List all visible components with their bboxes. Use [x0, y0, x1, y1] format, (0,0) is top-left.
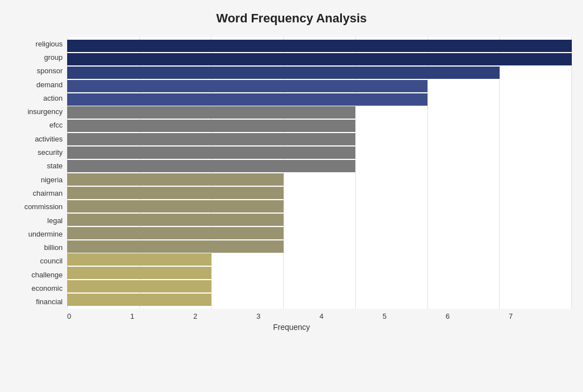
bar [67, 294, 211, 306]
y-label: efcc [11, 119, 63, 132]
x-label: 3 [256, 312, 319, 320]
x-label: 5 [383, 312, 446, 320]
bar-row [67, 200, 572, 213]
bar [67, 253, 211, 266]
bar [67, 67, 500, 79]
bar [67, 267, 211, 279]
bar-row [67, 293, 572, 306]
x-axis-title: Frequency [11, 323, 572, 332]
bar-row [67, 93, 572, 106]
y-label: nigeria [11, 173, 63, 186]
bar-row [67, 106, 572, 120]
bar-row [67, 280, 572, 293]
bar [67, 106, 355, 119]
bar-row [67, 66, 572, 79]
bar-row [67, 39, 572, 53]
x-label: 4 [319, 312, 383, 320]
chart-area: religiousgroupsponsordemandactioninsurge… [11, 37, 572, 309]
bar [67, 53, 572, 65]
y-label: economic [11, 281, 63, 295]
y-label: legal [11, 214, 63, 227]
y-label: group [11, 50, 63, 64]
bar-row [67, 186, 572, 200]
bar-row [67, 253, 572, 267]
bar-row [67, 173, 572, 186]
y-label: religious [11, 37, 63, 50]
bar-row [67, 226, 572, 240]
bar-row [67, 53, 572, 66]
y-label: activities [11, 132, 63, 145]
x-label: 0 [67, 312, 130, 320]
y-label: sponsor [11, 64, 63, 78]
bar-row [67, 133, 572, 146]
bar [67, 240, 284, 253]
y-label: financial [11, 295, 63, 309]
bar [67, 120, 355, 132]
bar [67, 80, 427, 92]
bar [67, 187, 284, 199]
y-label: undermine [11, 227, 63, 240]
bar [67, 40, 572, 52]
bar [67, 160, 355, 172]
y-label: security [11, 145, 63, 159]
x-label: 7 [509, 312, 572, 320]
bar [67, 173, 284, 186]
bars-grid [67, 37, 572, 309]
bar-row [67, 119, 572, 133]
chart-container: Word Frequency Analysis religiousgroupsp… [0, 0, 583, 392]
y-label: state [11, 159, 63, 173]
bar [67, 280, 211, 292]
bar-row [67, 159, 572, 173]
bar [67, 147, 355, 159]
bar [67, 133, 355, 145]
bar [67, 214, 284, 226]
x-label: 6 [446, 312, 509, 320]
y-label: chairman [11, 186, 63, 200]
bar [67, 93, 427, 106]
y-label: demand [11, 78, 63, 91]
y-labels: religiousgroupsponsordemandactioninsurge… [11, 37, 67, 309]
y-label: billion [11, 240, 63, 254]
y-label: challenge [11, 268, 63, 281]
x-label: 2 [194, 312, 257, 320]
y-label: action [11, 91, 63, 105]
bar-row [67, 240, 572, 253]
bar-row [67, 79, 572, 93]
bar-row [67, 266, 572, 280]
y-label: insurgency [11, 105, 63, 118]
chart-title: Word Frequency Analysis [11, 11, 572, 26]
x-label: 1 [130, 312, 194, 320]
x-axis-labels: 01234567 [67, 312, 572, 320]
bar [67, 227, 284, 239]
bar-row [67, 146, 572, 159]
bars-list [67, 37, 572, 309]
bar [67, 200, 284, 212]
bar-row [67, 213, 572, 226]
y-label: council [11, 254, 63, 268]
y-label: commission [11, 200, 63, 214]
